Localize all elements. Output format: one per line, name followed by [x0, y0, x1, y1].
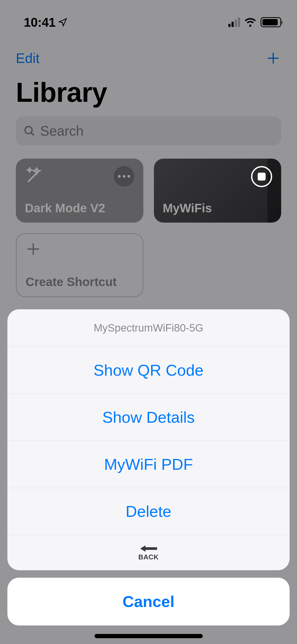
action-delete[interactable]: Delete	[7, 488, 290, 535]
home-indicator[interactable]	[95, 634, 203, 638]
back-arrow-icon	[140, 545, 157, 553]
action-show-details[interactable]: Show Details	[7, 394, 290, 441]
action-sheet-title: MySpectrumWiFi80-5G	[7, 309, 290, 347]
back-label: BACK	[138, 553, 159, 561]
stop-icon	[258, 173, 266, 181]
action-sheet: MySpectrumWiFi80-5G Show QR Code Show De…	[7, 309, 290, 625]
action-show-qr-code[interactable]: Show QR Code	[7, 347, 290, 394]
stop-run-button[interactable]	[251, 166, 272, 187]
action-back[interactable]: BACK	[7, 535, 290, 570]
cancel-button[interactable]: Cancel	[7, 578, 290, 625]
action-mywifi-pdf[interactable]: MyWiFi PDF	[7, 441, 290, 488]
